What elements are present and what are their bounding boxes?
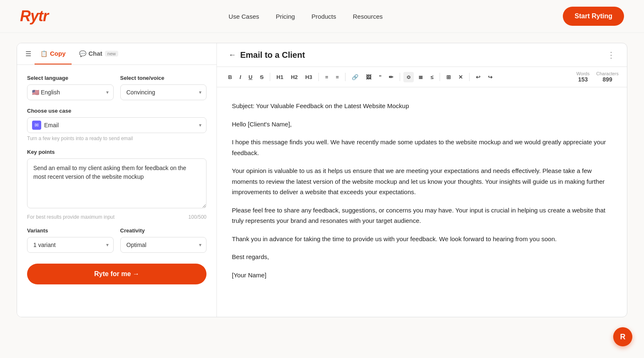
email-paragraph-4: Thank you in advance for taking the time… xyxy=(232,234,612,244)
unordered-list-button[interactable]: ≡ xyxy=(322,72,331,82)
email-closing: Best regards, xyxy=(232,252,612,262)
language-select-wrapper: 🇺🇸 English Spanish French ▾ xyxy=(27,84,114,100)
image-button[interactable]: 🖼 xyxy=(363,72,374,82)
use-case-field: Choose use case ✉ Email Blog Post Ad Cop… xyxy=(27,108,206,141)
key-points-footer: For best results provide maximum input 1… xyxy=(27,212,206,220)
chars-label: Characters xyxy=(596,71,619,76)
words-value: 153 xyxy=(577,76,590,83)
strikethrough-button[interactable]: S xyxy=(257,72,266,82)
align-right-button[interactable]: ≤ xyxy=(428,72,436,82)
use-case-label: Choose use case xyxy=(27,108,206,114)
document-body: Subject: Your Valuable Feedback on the L… xyxy=(217,87,627,317)
align-center-button[interactable]: ≣ xyxy=(415,72,426,82)
h2-button[interactable]: H2 xyxy=(288,72,301,82)
nav-resources[interactable]: Resources xyxy=(353,13,383,20)
back-arrow-icon[interactable]: ← xyxy=(229,51,236,59)
more-options-icon[interactable]: ⋮ xyxy=(607,50,615,60)
toolbar-sep-4 xyxy=(400,73,400,81)
flag-icon: 🇺🇸 xyxy=(32,89,39,96)
key-points-label: Key points xyxy=(27,149,206,155)
key-points-hint: For best results provide maximum input xyxy=(27,214,114,220)
start-ryting-button[interactable]: Start Ryting xyxy=(563,7,624,26)
h3-button[interactable]: H3 xyxy=(302,72,315,82)
bold-button[interactable]: B xyxy=(225,72,235,82)
italic-button[interactable]: I xyxy=(236,72,244,82)
email-subject: Subject: Your Valuable Feedback on the L… xyxy=(232,101,612,111)
right-header-left: ← Email to a Client xyxy=(229,50,305,60)
key-points-textarea[interactable]: Send an email to my client asking them f… xyxy=(27,158,206,208)
words-count: Words 153 xyxy=(577,71,590,83)
language-select[interactable]: English Spanish French xyxy=(27,84,114,100)
chars-value: 899 xyxy=(596,76,619,83)
toolbar-sep-6 xyxy=(469,73,470,81)
creativity-field: Creativity Optimal High Low ▾ xyxy=(120,227,207,253)
email-paragraph-2: Your opinion is valuable to us as it hel… xyxy=(232,165,612,198)
tabs: ☰ 📋 Copy 💬 Chat new xyxy=(17,43,216,65)
email-use-case-icon: ✉ xyxy=(32,121,41,130)
tab-chat-label: Chat xyxy=(89,50,102,57)
tab-chat[interactable]: 💬 Chat new xyxy=(73,43,124,64)
variants-select[interactable]: 1 variant 2 variants 3 variants xyxy=(27,237,114,253)
copy-icon: 📋 xyxy=(40,50,47,57)
h1-button[interactable]: H1 xyxy=(274,72,286,82)
nav-pricing[interactable]: Pricing xyxy=(276,13,295,20)
toolbar-sep-2 xyxy=(318,73,319,81)
toolbar-sep-3 xyxy=(345,73,346,81)
tone-select[interactable]: Convincing Formal Casual xyxy=(120,84,207,100)
email-greeting: Hello [Client's Name], xyxy=(232,119,612,130)
variants-field: Variants 1 variant 2 variants 3 variants… xyxy=(27,227,114,253)
tab-copy-label: Copy xyxy=(50,50,66,57)
chat-icon: 💬 xyxy=(79,50,86,57)
toolbar-sep-1 xyxy=(270,73,270,81)
right-header: ← Email to a Client ⋮ xyxy=(217,43,627,67)
email-signature: [Your Name] xyxy=(232,270,612,281)
nav-links: Use Cases Pricing Products Resources xyxy=(229,13,383,20)
creativity-label: Creativity xyxy=(120,227,207,234)
align-left-button[interactable]: ≎ xyxy=(403,72,414,82)
new-badge: new xyxy=(105,51,118,57)
tone-select-wrapper: Convincing Formal Casual ▾ xyxy=(120,84,207,100)
creativity-select-wrapper: Optimal High Low ▾ xyxy=(120,237,207,253)
undo-button[interactable]: ↩ xyxy=(473,72,483,82)
use-case-hint: Turn a few key points into a ready to se… xyxy=(27,136,206,141)
creativity-select[interactable]: Optimal High Low xyxy=(120,237,207,253)
language-label: Select language xyxy=(27,75,114,81)
language-field: Select language 🇺🇸 English Spanish Frenc… xyxy=(27,75,114,100)
key-points-field: Key points Send an email to my client as… xyxy=(27,149,206,220)
redo-button[interactable]: ↪ xyxy=(485,72,495,82)
use-case-wrapper: ✉ Email Blog Post Ad Copy ▾ xyxy=(27,117,206,133)
underline-button[interactable]: U xyxy=(246,72,255,82)
language-tone-row: Select language 🇺🇸 English Spanish Frenc… xyxy=(27,75,206,100)
words-label: Words xyxy=(577,71,590,76)
toolbar-sep-5 xyxy=(440,73,440,81)
use-case-select[interactable]: Email Blog Post Ad Copy xyxy=(27,117,206,133)
key-points-counter: 100/500 xyxy=(189,214,206,220)
table-button[interactable]: ⊞ xyxy=(443,72,454,82)
word-count-area: Words 153 Characters 899 xyxy=(577,71,619,83)
tab-copy[interactable]: 📋 Copy xyxy=(35,43,72,64)
ryte-for-me-button[interactable]: Ryte for me → xyxy=(27,264,206,284)
navbar: Rytr Use Cases Pricing Products Resource… xyxy=(0,0,644,33)
nav-products[interactable]: Products xyxy=(311,13,336,20)
right-panel: ← Email to a Client ⋮ B I U S H1 H2 H3 ≡… xyxy=(217,43,627,317)
left-panel-body: Select language 🇺🇸 English Spanish Frenc… xyxy=(17,65,216,317)
email-paragraph-3: Please feel free to share any feedback, … xyxy=(232,205,612,226)
variants-select-wrapper: 1 variant 2 variants 3 variants ▾ xyxy=(27,237,114,253)
pen-button[interactable]: ✏ xyxy=(386,72,396,82)
nav-use-cases[interactable]: Use Cases xyxy=(229,13,259,20)
ryte-btn-label: Ryte for me → xyxy=(94,270,139,278)
clear-format-button[interactable]: ✕ xyxy=(455,72,466,82)
variants-creativity-row: Variants 1 variant 2 variants 3 variants… xyxy=(27,227,206,253)
tone-field: Select tone/voice Convincing Formal Casu… xyxy=(120,75,207,100)
quote-button[interactable]: " xyxy=(376,72,384,82)
email-paragraph-1: I hope this message finds you well. We h… xyxy=(232,137,612,158)
left-panel: ☰ 📋 Copy 💬 Chat new Select language 🇺🇸 xyxy=(17,43,217,317)
variants-label: Variants xyxy=(27,227,114,234)
menu-icon: ☰ xyxy=(25,50,31,58)
logo: Rytr xyxy=(20,7,48,25)
tone-label: Select tone/voice xyxy=(120,75,207,81)
link-button[interactable]: 🔗 xyxy=(349,72,361,82)
ordered-list-button[interactable]: ≡ xyxy=(333,72,342,82)
main-container: ☰ 📋 Copy 💬 Chat new Select language 🇺🇸 xyxy=(17,43,627,317)
toolbar: B I U S H1 H2 H3 ≡ ≡ 🔗 🖼 " ✏ ≎ ≣ ≤ ⊞ ✕ ↩… xyxy=(217,67,627,87)
